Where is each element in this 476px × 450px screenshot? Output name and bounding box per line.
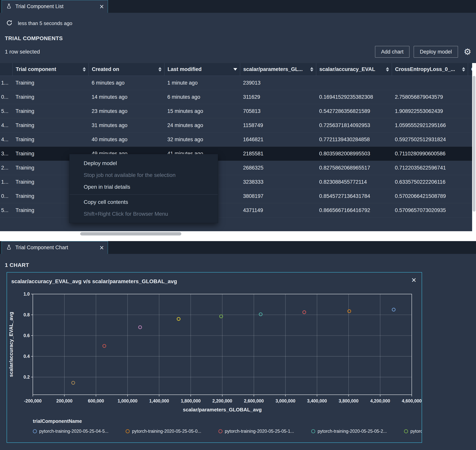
sort-icon[interactable] [158, 67, 162, 71]
cell-last_modified: 32 minutes ago [164, 132, 240, 147]
chart-card: scalar/accuracy_EVAL_avg v/s scalar/para… [6, 272, 422, 443]
table-row[interactable]: 5...Training23 minutes ago15 minutes ago… [0, 104, 472, 118]
cell-accuracy [316, 76, 392, 90]
legend-item[interactable]: pytorch-training-2020-05-25-05-1... [218, 428, 311, 435]
menu-item[interactable]: Open in trial details [70, 181, 218, 193]
svg-text:-200,000: -200,000 [24, 398, 42, 403]
svg-text:2,200,000: 2,200,000 [212, 398, 232, 403]
svg-text:0.8: 0.8 [24, 312, 30, 317]
legend-item[interactable]: pytorch-training-2020-05-25-05-2... [311, 428, 404, 435]
scatter-point [259, 313, 262, 316]
svg-text:2,600,000: 2,600,000 [244, 398, 264, 403]
legend-item[interactable]: pytorch-training-2020-05-25-... [404, 428, 422, 435]
close-icon[interactable]: × [100, 244, 104, 251]
cell-parameters: 4371149 [240, 203, 316, 217]
menu-item[interactable]: Copy cell contents [70, 196, 218, 208]
cell-accuracy: 0.823088455772114 [316, 175, 392, 189]
menu-item: Stop job not available for the selection [70, 169, 218, 181]
scatter-point [72, 381, 75, 385]
table-row[interactable]: 4...Training40 minutes ago32 minutes ago… [0, 132, 472, 147]
add-chart-button[interactable]: Add chart [375, 46, 410, 58]
cell-extra [468, 161, 472, 175]
cell-cross_entropy: 0.6335750222206116 [392, 175, 468, 189]
list-tab-bar: Trial Component List × [0, 0, 476, 13]
cell-parameters: 3808197 [240, 189, 316, 203]
table-row[interactable]: 0...Training14 minutes ago6 minutes ago3… [0, 90, 472, 104]
svg-text:4,600,000: 4,600,000 [402, 398, 422, 403]
svg-text:200,000: 200,000 [56, 398, 72, 403]
refresh-icon[interactable] [6, 19, 13, 27]
sort-icon[interactable] [386, 67, 389, 71]
selection-count: 1 row selected [5, 49, 40, 55]
sort-desc-icon[interactable] [233, 68, 237, 71]
cell-cross_entropy: 0.7122035622596741 [392, 161, 468, 175]
settings-gear-icon[interactable]: ⚙ [464, 47, 471, 56]
column-header-label: CrossEntropyLoss_0_... [395, 66, 455, 72]
table-row[interactable]: 4...Training31 minutes ago24 minutes ago… [0, 118, 472, 132]
refresh-row: less than 5 seconds ago [6, 18, 72, 28]
column-header-6[interactable]: CrossEntropyLoss_0_... [392, 63, 468, 76]
cell-last_modified: 1 minute ago [164, 76, 240, 90]
cell-accuracy: 0.5427286356821589 [316, 104, 392, 118]
cell-trial_component: Training [12, 90, 89, 104]
cell-last_modified: 6 minutes ago [164, 90, 240, 104]
column-header-4[interactable]: scalar/parameters_GL... [240, 63, 316, 76]
close-icon[interactable]: × [100, 3, 104, 10]
svg-text:3,800,000: 3,800,000 [339, 398, 359, 403]
menu-item[interactable]: Deploy model [70, 157, 218, 169]
cell-cross_entropy [392, 76, 468, 90]
vertical-scrollbar-thumb[interactable] [473, 76, 476, 212]
svg-text:1,800,000: 1,800,000 [181, 398, 200, 403]
cell-parameters: 1646821 [240, 132, 316, 147]
cell-last_modified: 15 minutes ago [164, 104, 240, 118]
deploy-model-button[interactable]: Deploy model [414, 46, 458, 58]
scatter-point [348, 310, 351, 313]
table-row[interactable]: 1...Training6 minutes ago1 minute ago239… [0, 76, 472, 90]
selection-toolbar: 1 row selected Add chart Deploy model ⚙ [5, 45, 472, 58]
legend-item[interactable]: pytorch-training-2020-05-25-05-0... [126, 428, 218, 435]
vertical-scrollbar[interactable] [472, 63, 476, 231]
cell-parameters: 2185581 [240, 147, 316, 161]
legend-title: trialComponentName [33, 418, 82, 424]
cell-fragment: 0... [0, 90, 12, 104]
tab-trial-component-chart[interactable]: Trial Component Chart × [1, 241, 108, 254]
legend-item[interactable]: pytorch-training-2020-05-25-04-5... [33, 428, 126, 435]
cell-fragment: 4... [0, 118, 12, 132]
cell-extra [468, 76, 472, 90]
tab-trial-component-list[interactable]: Trial Component List × [1, 0, 108, 13]
cell-extra [468, 203, 472, 217]
column-header-label: scalar/accuracy_EVAL [319, 66, 375, 72]
cell-fragment: 0... [0, 189, 12, 203]
cell-fragment: 1... [0, 76, 12, 90]
svg-text:0.4: 0.4 [24, 354, 30, 359]
menu-item: Shift+Right Click for Browser Menu [70, 208, 218, 220]
cell-fragment: 5... [0, 203, 12, 217]
cell-trial_component: Training [12, 104, 89, 118]
scatter-point [139, 326, 142, 329]
cell-fragment: 3... [0, 147, 12, 161]
column-header-3[interactable]: Last modified [164, 63, 240, 76]
svg-text:3,400,000: 3,400,000 [307, 398, 327, 403]
cell-accuracy: 0.7721139430284858 [316, 132, 392, 147]
column-header-2[interactable]: Created on [89, 63, 164, 76]
horizontal-scrollbar-thumb[interactable] [80, 232, 181, 236]
cell-extra [468, 189, 472, 203]
svg-text:1,400,000: 1,400,000 [149, 398, 169, 403]
tab-title: Trial Component Chart [15, 245, 96, 251]
column-header-5[interactable]: scalar/accuracy_EVAL [316, 63, 392, 76]
column-header-label: Last modified [168, 66, 202, 72]
cell-cross_entropy: 1.908922553062439 [392, 104, 468, 118]
sort-icon[interactable] [310, 67, 313, 71]
refresh-timestamp: less than 5 seconds ago [18, 20, 72, 26]
scatter-point [392, 308, 395, 311]
flask-icon [6, 3, 12, 10]
svg-text:1.0: 1.0 [24, 291, 30, 296]
cell-extra [468, 90, 472, 104]
horizontal-scrollbar[interactable] [0, 231, 476, 241]
cell-fragment: 5... [0, 104, 12, 118]
sort-icon[interactable] [462, 67, 465, 71]
sort-icon[interactable] [83, 67, 86, 71]
cell-extra [468, 104, 472, 118]
column-header-label: Created on [92, 66, 119, 72]
column-header-1[interactable]: Trial component [12, 63, 89, 76]
